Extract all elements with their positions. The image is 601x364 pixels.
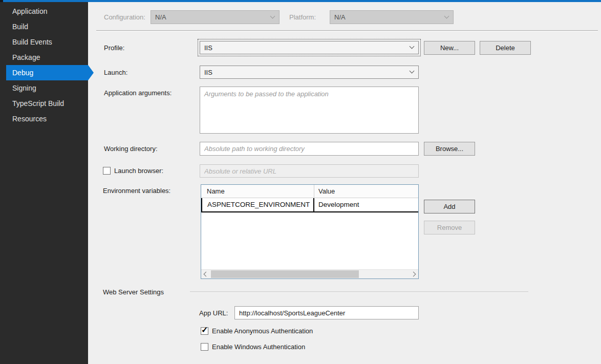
- web-server-settings-heading: Web Server Settings: [103, 285, 164, 299]
- checkmark-icon: ✓: [201, 326, 208, 335]
- configuration-dropdown: N/A: [151, 10, 280, 24]
- working-directory-label: Working directory:: [104, 142, 158, 156]
- grid-column-name[interactable]: Name: [201, 185, 314, 198]
- profile-value: IIS: [204, 44, 212, 52]
- delete-profile-button[interactable]: Delete: [480, 41, 531, 55]
- chevron-down-icon: [410, 69, 415, 74]
- remove-variable-button: Remove: [424, 221, 475, 234]
- accent-bar-notch: [0, 0, 3, 2]
- env-var-value-cell[interactable]: Development: [314, 198, 418, 211]
- sidebar-item-signing[interactable]: Signing: [0, 80, 88, 96]
- header-divider: [96, 30, 598, 31]
- sidebar-item-build-events[interactable]: Build Events: [0, 34, 88, 50]
- anonymous-auth-checkbox[interactable]: ✓: [201, 327, 208, 335]
- platform-dropdown: N/A: [330, 10, 454, 24]
- launch-browser-label: Launch browser:: [114, 164, 163, 178]
- platform-value: N/A: [334, 13, 346, 21]
- configuration-label: Configuration:: [104, 10, 145, 24]
- env-var-name-cell[interactable]: ASPNETCORE_ENVIRONMENT: [201, 198, 314, 211]
- grid-header: Name Value: [201, 185, 418, 198]
- environment-variables-grid[interactable]: Name Value ASPNETCORE_ENVIRONMENT Develo…: [201, 184, 419, 279]
- scrollbar-thumb[interactable]: [211, 270, 359, 278]
- environment-variables-label: Environment variables:: [103, 184, 170, 198]
- sidebar-item-package[interactable]: Package: [0, 50, 88, 65]
- accent-bar: [0, 0, 601, 2]
- properties-sidebar: Application Build Build Events Package D…: [0, 0, 88, 364]
- sidebar-item-application[interactable]: Application: [0, 4, 88, 19]
- new-profile-button[interactable]: New...: [424, 41, 475, 55]
- chevron-down-icon: [270, 13, 275, 18]
- launch-browser-url-input: [200, 164, 419, 178]
- app-url-label: App URL:: [199, 306, 228, 320]
- launch-browser-checkbox[interactable]: [103, 167, 111, 175]
- profile-label: Profile:: [104, 41, 124, 55]
- web-server-settings-divider: [190, 291, 528, 292]
- chevron-down-icon: [410, 44, 415, 49]
- application-arguments-label: Application arguments:: [104, 86, 171, 100]
- configuration-value: N/A: [155, 13, 166, 21]
- platform-label: Platform:: [289, 10, 316, 24]
- sidebar-item-typescript-build[interactable]: TypeScript Build: [0, 96, 88, 111]
- working-directory-input[interactable]: [200, 142, 419, 156]
- chevron-down-icon: [444, 13, 449, 18]
- grid-column-value[interactable]: Value: [314, 185, 418, 198]
- chevron-right-icon[interactable]: [411, 271, 416, 276]
- anonymous-auth-label: Enable Anonymous Authentication: [212, 324, 313, 338]
- sidebar-item-build[interactable]: Build: [0, 19, 88, 34]
- launch-value: IIS: [204, 69, 212, 76]
- project-properties-debug-page: Application Build Build Events Package D…: [0, 0, 601, 364]
- horizontal-scrollbar[interactable]: [201, 269, 418, 279]
- add-variable-button[interactable]: Add: [424, 200, 475, 213]
- windows-auth-checkbox[interactable]: [201, 343, 208, 351]
- profile-dropdown[interactable]: IIS: [200, 41, 419, 54]
- launch-label: Launch:: [104, 66, 127, 79]
- launch-dropdown[interactable]: IIS: [200, 66, 419, 79]
- application-arguments-input[interactable]: [200, 87, 419, 134]
- windows-auth-label: Enable Windows Authentication: [212, 340, 305, 354]
- browse-button[interactable]: Browse...: [424, 142, 475, 156]
- sidebar-nav: Application Build Build Events Package D…: [0, 4, 88, 126]
- chevron-left-icon[interactable]: [204, 271, 209, 276]
- app-url-input[interactable]: [234, 306, 419, 319]
- sidebar-item-resources[interactable]: Resources: [0, 111, 88, 126]
- sidebar-item-debug[interactable]: Debug: [6, 65, 88, 80]
- table-row[interactable]: ASPNETCORE_ENVIRONMENT Development: [201, 198, 418, 212]
